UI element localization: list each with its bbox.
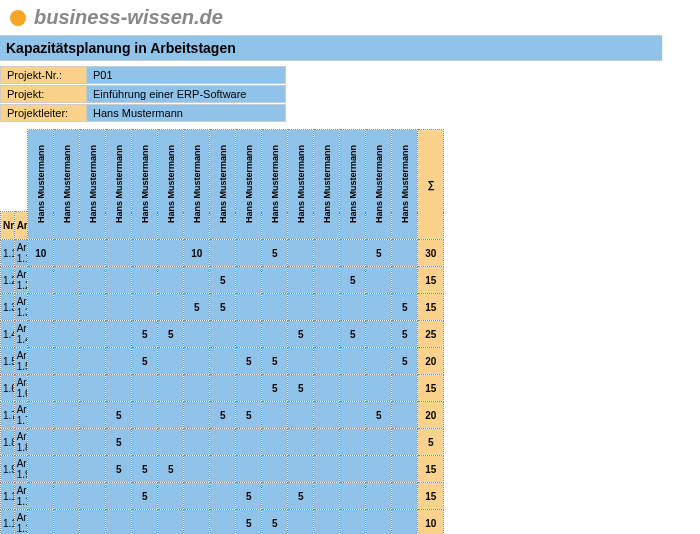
- cell-value: [392, 267, 418, 294]
- cell-nr: 1.5: [1, 348, 15, 375]
- header-person: Hans Mustermann: [158, 130, 184, 240]
- cell-nr: 1.10: [1, 483, 15, 510]
- cell-value: [54, 429, 80, 456]
- cell-value: 5: [392, 348, 418, 375]
- table-row: 1.8Arbeitspaket 1.855: [1, 429, 663, 456]
- cell-value: [340, 348, 366, 375]
- cell-value: [210, 429, 236, 456]
- table-row: 1.7Arbeitspaket 1.7555520: [1, 402, 663, 429]
- cell-rowsum: 30: [418, 240, 444, 267]
- header-ap: Arbeitspaket: [14, 212, 28, 240]
- cell-value: [158, 483, 184, 510]
- cell-value: [54, 240, 80, 267]
- cell-value: [106, 240, 132, 267]
- cell-value: 5: [262, 348, 288, 375]
- cell-value: 5: [366, 240, 392, 267]
- logo-bar: business-wissen.de: [0, 0, 700, 35]
- header-spacer2: [444, 212, 662, 240]
- cell-value: [80, 348, 106, 375]
- cell-value: [158, 510, 184, 535]
- cell-value: [288, 402, 314, 429]
- cell-value: [132, 375, 158, 402]
- person-label: Hans Mustermann: [114, 145, 124, 223]
- cell-value: [236, 267, 262, 294]
- cell-value: 5: [106, 402, 132, 429]
- header-person: Hans Mustermann: [80, 130, 106, 240]
- cell-value: 5: [132, 456, 158, 483]
- cell-value: 5: [236, 402, 262, 429]
- cell-ap: Arbeitspaket 1.1: [14, 240, 28, 267]
- cell-rowsum: 20: [418, 402, 444, 429]
- cell-ap: Arbeitspaket 1.3: [14, 294, 28, 321]
- cell-value: 5: [132, 348, 158, 375]
- cell-value: [184, 456, 210, 483]
- cell-rowsum: 10: [418, 510, 444, 535]
- meta-label-proj: Projekt:: [0, 85, 86, 103]
- cell-value: [54, 348, 80, 375]
- table-row: 1.11Arbeitspaket 1.115510: [1, 510, 663, 535]
- cell-value: [314, 375, 340, 402]
- cell-value: [314, 456, 340, 483]
- cell-value: 5: [262, 375, 288, 402]
- cell-value: [340, 429, 366, 456]
- cell-value: [314, 267, 340, 294]
- cell-value: [54, 402, 80, 429]
- cell-value: [314, 402, 340, 429]
- cell-value: 5: [288, 375, 314, 402]
- cell-value: [340, 402, 366, 429]
- cell-value: 5: [288, 321, 314, 348]
- cell-value: [314, 348, 340, 375]
- cell-value: [106, 375, 132, 402]
- cell-value: [158, 429, 184, 456]
- cell-value: [210, 375, 236, 402]
- cell-value: [80, 402, 106, 429]
- cell-value: [262, 402, 288, 429]
- cell-value: [210, 456, 236, 483]
- cell-value: [28, 429, 54, 456]
- cell-value: [288, 429, 314, 456]
- cell-value: [28, 321, 54, 348]
- person-label: Hans Mustermann: [88, 145, 98, 223]
- cell-value: [28, 294, 54, 321]
- cell-value: 5: [340, 321, 366, 348]
- meta-value-proj: Einführung einer ERP-Software: [86, 85, 286, 103]
- meta-value-lead: Hans Mustermann: [86, 104, 286, 122]
- person-label: Hans Mustermann: [218, 145, 228, 223]
- cell-rowsum: 15: [418, 375, 444, 402]
- cell-rowsum: 25: [418, 321, 444, 348]
- cell-ap: Arbeitspaket 1.6: [14, 375, 28, 402]
- cell-value: [184, 402, 210, 429]
- cell-value: [158, 348, 184, 375]
- person-label: Hans Mustermann: [400, 145, 410, 223]
- table-row: 1.4Arbeitspaket 1.45555525: [1, 321, 663, 348]
- cell-value: 5: [210, 267, 236, 294]
- cell-value: [80, 483, 106, 510]
- logo-text: business-wissen.de: [34, 6, 223, 29]
- cell-value: [288, 267, 314, 294]
- cell-value: 5: [392, 294, 418, 321]
- cell-value: [236, 375, 262, 402]
- header-person: Hans Mustermann: [262, 130, 288, 240]
- cell-value: [28, 510, 54, 535]
- cell-value: [80, 375, 106, 402]
- cell-value: 5: [340, 267, 366, 294]
- cell-value: [392, 402, 418, 429]
- cell-value: [262, 429, 288, 456]
- cell-value: [392, 429, 418, 456]
- cell-value: [184, 483, 210, 510]
- header-nr: Nr.: [1, 212, 15, 240]
- cell-value: [80, 240, 106, 267]
- cell-value: [314, 240, 340, 267]
- table-row: 1.1Arbeitspaket 1.110105530: [1, 240, 663, 267]
- cell-value: 5: [106, 429, 132, 456]
- cell-ap: Arbeitspaket 1.4: [14, 321, 28, 348]
- header-person: Hans Mustermann: [314, 130, 340, 240]
- cell-value: [106, 483, 132, 510]
- cell-rowsum: 15: [418, 294, 444, 321]
- cell-value: [340, 294, 366, 321]
- cell-value: [262, 294, 288, 321]
- cell-nr: 1.3: [1, 294, 15, 321]
- cell-value: [210, 321, 236, 348]
- cell-value: [366, 510, 392, 535]
- cell-value: 5: [210, 402, 236, 429]
